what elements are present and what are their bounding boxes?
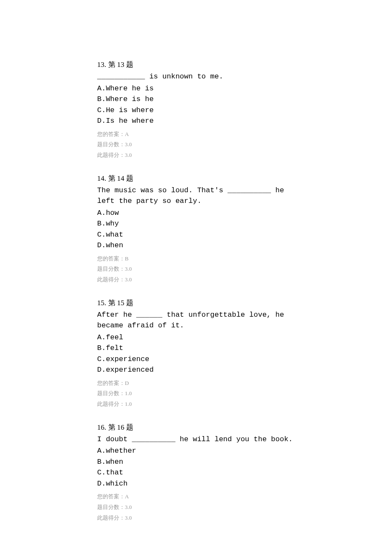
option-d: D.which bbox=[97, 478, 294, 489]
question-text: I doubt __________ he will lend you the … bbox=[97, 434, 294, 445]
answer-meta: 您的答案：A 题目分数：3.0 此题得分：3.0 bbox=[97, 491, 294, 523]
option-c: C.experience bbox=[97, 354, 294, 365]
option-a: A.feel bbox=[97, 332, 294, 343]
question-13: 13. 第 13 题 ___________ is unknown to me.… bbox=[97, 60, 294, 161]
option-a: A.how bbox=[97, 208, 294, 219]
question-number: 13. 第 13 题 bbox=[97, 60, 294, 69]
got-score: 此题得分：3.0 bbox=[97, 150, 294, 161]
question-number: 16. 第 16 题 bbox=[97, 422, 294, 432]
option-c: C.that bbox=[97, 467, 294, 478]
question-text: The music was so loud. That's __________… bbox=[97, 185, 294, 207]
answer-meta: 您的答案：A 题目分数：3.0 此题得分：3.0 bbox=[97, 129, 294, 161]
question-text: ___________ is unknown to me. bbox=[97, 71, 294, 82]
page-content: 13. 第 13 题 ___________ is unknown to me.… bbox=[0, 0, 392, 555]
option-a: A.Where he is bbox=[97, 83, 294, 94]
question-score: 题目分数：3.0 bbox=[97, 264, 294, 275]
option-c: C.what bbox=[97, 229, 294, 240]
your-answer: 您的答案：A bbox=[97, 129, 294, 140]
option-c: C.He is where bbox=[97, 105, 294, 116]
answer-meta: 您的答案：D 题目分数：1.0 此题得分：1.0 bbox=[97, 378, 294, 410]
question-16: 16. 第 16 题 I doubt __________ he will le… bbox=[97, 422, 294, 523]
option-d: D.when bbox=[97, 240, 294, 251]
option-b: B.when bbox=[97, 457, 294, 468]
got-score: 此题得分：1.0 bbox=[97, 399, 294, 410]
option-b: B.Where is he bbox=[97, 94, 294, 105]
answer-meta: 您的答案：B 题目分数：3.0 此题得分：3.0 bbox=[97, 254, 294, 285]
question-15: 15. 第 15 题 After he ______ that unforget… bbox=[97, 298, 294, 410]
option-d: D.experienced bbox=[97, 364, 294, 376]
question-score: 题目分数：3.0 bbox=[97, 139, 294, 150]
your-answer: 您的答案：D bbox=[97, 378, 294, 389]
question-score: 题目分数：3.0 bbox=[97, 502, 294, 513]
option-b: B.why bbox=[97, 218, 294, 229]
question-text: After he ______ that unforgettable love,… bbox=[97, 309, 294, 331]
option-d: D.Is he where bbox=[97, 116, 294, 127]
your-answer: 您的答案：B bbox=[97, 254, 294, 264]
got-score: 此题得分：3.0 bbox=[97, 513, 294, 523]
question-number: 14. 第 14 题 bbox=[97, 173, 294, 183]
your-answer: 您的答案：A bbox=[97, 491, 294, 502]
option-b: B.felt bbox=[97, 343, 294, 354]
option-a: A.whether bbox=[97, 445, 294, 457]
question-number: 15. 第 15 题 bbox=[97, 298, 294, 308]
question-score: 题目分数：1.0 bbox=[97, 388, 294, 399]
question-14: 14. 第 14 题 The music was so loud. That's… bbox=[97, 173, 294, 285]
got-score: 此题得分：3.0 bbox=[97, 275, 294, 285]
